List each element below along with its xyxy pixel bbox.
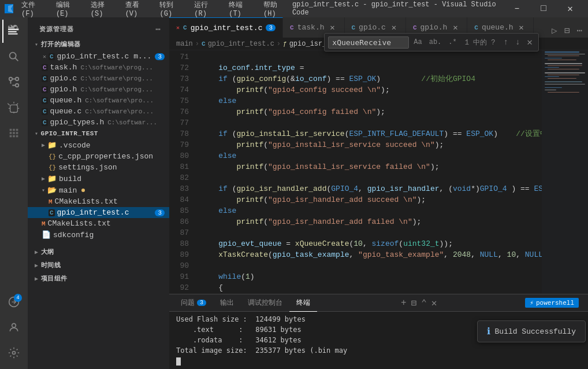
m-file-icon: M xyxy=(49,198,53,205)
find-close-button[interactable]: ✕ xyxy=(524,36,535,49)
whole-word-button[interactable]: ab. xyxy=(427,37,444,47)
open-file-gpio-h[interactable]: C gpio.h C:\software\prog... xyxy=(28,84,169,95)
line-number: 72 xyxy=(169,62,189,73)
c-file-icon: C xyxy=(49,53,55,60)
h-file-icon: C xyxy=(42,64,48,71)
code-content[interactable]: io_conf.intr_type = if (gpio_config(&io_… xyxy=(193,50,542,294)
json-icon: {} xyxy=(49,164,56,171)
close-button[interactable]: ✕ xyxy=(557,0,583,17)
file-name: gpio_intr_test.c xyxy=(57,208,129,217)
chevron-down-icon: ▾ xyxy=(42,187,45,194)
vscode-folder[interactable]: ▶ 📁 .vscode xyxy=(28,139,169,151)
new-file-button[interactable]: ⋯ xyxy=(155,23,162,35)
c-file-icon: C xyxy=(42,97,48,104)
close-panel-button[interactable]: ✕ xyxy=(430,296,438,310)
activity-search[interactable] xyxy=(2,45,25,68)
maximize-panel-button[interactable]: ⌃ xyxy=(420,296,428,310)
timeline-header[interactable]: ▶ 时间线 xyxy=(28,259,169,272)
activity-debug[interactable] xyxy=(2,96,25,119)
problems-badge: 3 xyxy=(197,300,206,306)
outline-label: 大纲 xyxy=(41,248,54,256)
build-folder[interactable]: ▶ 📁 build xyxy=(28,173,169,184)
close-icon[interactable]: ✕ xyxy=(517,23,526,32)
file-name: gpio_types.h xyxy=(50,118,105,127)
code-editor: 71 72 73 74 75 76 77 78 79 80 81 82 83 8… xyxy=(169,50,588,294)
open-editors-header[interactable]: ▾ 打开的编辑器 xyxy=(28,38,169,51)
file-name: gpio.c xyxy=(50,74,77,83)
open-file-gpio-intr[interactable]: ✕ C gpio_intr_test.c m... 3 xyxy=(28,51,169,62)
main-folder[interactable]: ▾ 📂 main xyxy=(28,184,169,196)
panel-tab-debug-console[interactable]: 调试控制台 xyxy=(241,294,289,312)
line-number: 92 xyxy=(169,282,189,293)
cmakelists-main[interactable]: M CMakeLists.txt xyxy=(28,196,169,207)
h-icon: C xyxy=(413,24,417,31)
open-file-task[interactable]: C task.h C:\software\prog... xyxy=(28,62,169,73)
match-case-button[interactable]: Aa xyxy=(411,37,424,47)
close-icon[interactable]: ✕ xyxy=(328,23,337,32)
panel-tab-terminal[interactable]: 终端 xyxy=(289,294,317,312)
cmakelists-root[interactable]: M CMakeLists.txt xyxy=(28,218,169,229)
open-file-gpio-types[interactable]: C gpio_types.h C:\softwar... xyxy=(28,117,169,128)
activity-source-control[interactable] xyxy=(2,71,25,94)
svg-rect-1 xyxy=(8,31,17,32)
tab-label: task.h xyxy=(297,23,325,32)
sdkconfig-file[interactable]: 📄 sdkconfig xyxy=(28,229,169,241)
open-file-queue-c[interactable]: C queue.c C:\software\pro... xyxy=(28,106,169,117)
maximize-button[interactable]: □ xyxy=(530,0,557,17)
split-editor-button[interactable]: ⊟ xyxy=(562,24,572,38)
powershell-badge[interactable]: ⚡ powershell xyxy=(525,298,579,308)
activity-bar-bottom: 4 xyxy=(2,290,25,364)
m-file-icon: M xyxy=(42,220,46,227)
activity-remote[interactable]: 4 xyxy=(2,290,25,313)
svg-rect-30 xyxy=(542,50,588,293)
minimize-button[interactable]: – xyxy=(504,0,530,17)
activity-explorer[interactable] xyxy=(2,20,25,43)
activity-account[interactable] xyxy=(2,316,25,339)
tab-badge: 3 xyxy=(266,24,276,31)
settings-json[interactable]: {} settings.json xyxy=(28,162,169,173)
panel-tab-problems[interactable]: 问题 3 xyxy=(174,294,213,312)
panel-tab-output[interactable]: 输出 xyxy=(213,294,241,312)
activity-bar: 4 xyxy=(0,17,28,369)
breadcrumb-separator: › xyxy=(277,40,281,48)
line-number: 89 xyxy=(169,249,189,260)
new-terminal-button[interactable]: + xyxy=(400,297,408,309)
find-input[interactable] xyxy=(328,36,409,49)
file-name: gpio_intr_test.c m... xyxy=(57,52,152,61)
file-path: C:\software\prog... xyxy=(80,86,152,93)
file-name: CMakeLists.txt xyxy=(48,219,111,228)
gpio-intr-test-file[interactable]: C gpio_intr_test.c 3 xyxy=(28,207,169,218)
line-number: 71 xyxy=(169,51,189,62)
file-badge: 3 xyxy=(155,53,165,60)
project-header[interactable]: ▾ GPIO_INTR_TEST xyxy=(28,128,169,139)
outline-header[interactable]: ▶ 大纲 xyxy=(28,245,169,259)
activity-extensions[interactable] xyxy=(2,121,25,145)
regex-button[interactable]: .* xyxy=(446,37,459,47)
file-path: C:\software\pro... xyxy=(85,97,154,104)
svg-rect-2 xyxy=(8,34,18,35)
close-icon[interactable]: ✕ xyxy=(43,53,46,60)
find-widget: Aa ab. .* 1 中的 ? ↑ ↓ ✕ xyxy=(324,33,539,51)
breadcrumb-file[interactable]: gpio_intr_test.c xyxy=(208,40,274,48)
run-button[interactable]: ▷ xyxy=(549,24,560,38)
titlebar: 文件(F) 编辑(E) 选择(S) 查看(V) 转到(G) 运行(R) 终端(T… xyxy=(0,0,588,17)
open-file-queue-h[interactable]: C queue.h C:\software\pro... xyxy=(28,95,169,106)
folder-icon: 📁 xyxy=(47,141,57,150)
find-prev-button[interactable]: ↑ xyxy=(501,37,511,47)
line-number: 82 xyxy=(169,172,189,183)
h-file-icon: C xyxy=(42,86,48,93)
svg-point-7 xyxy=(16,78,19,81)
open-file-gpio-c[interactable]: C gpio.c C:\software\prog... xyxy=(28,73,169,84)
tab-gpio-intr-test[interactable]: ✕ C gpio_intr_test.c 3 xyxy=(169,17,283,38)
activity-settings[interactable] xyxy=(2,341,25,364)
project-components-header[interactable]: ▶ 项目组件 xyxy=(28,272,169,285)
split-terminal-button[interactable]: ⊟ xyxy=(410,296,418,310)
close-icon[interactable]: ✕ xyxy=(176,24,180,31)
close-icon[interactable]: ✕ xyxy=(451,23,460,32)
find-next-button[interactable]: ↓ xyxy=(513,37,522,47)
close-icon[interactable]: ✕ xyxy=(389,23,399,32)
breadcrumb-main[interactable]: main xyxy=(176,40,193,48)
more-actions-button[interactable]: ⋯ xyxy=(574,24,585,38)
line-number: 79 xyxy=(169,139,189,150)
c-cpp-properties[interactable]: {} c_cpp_properties.json xyxy=(28,151,169,162)
